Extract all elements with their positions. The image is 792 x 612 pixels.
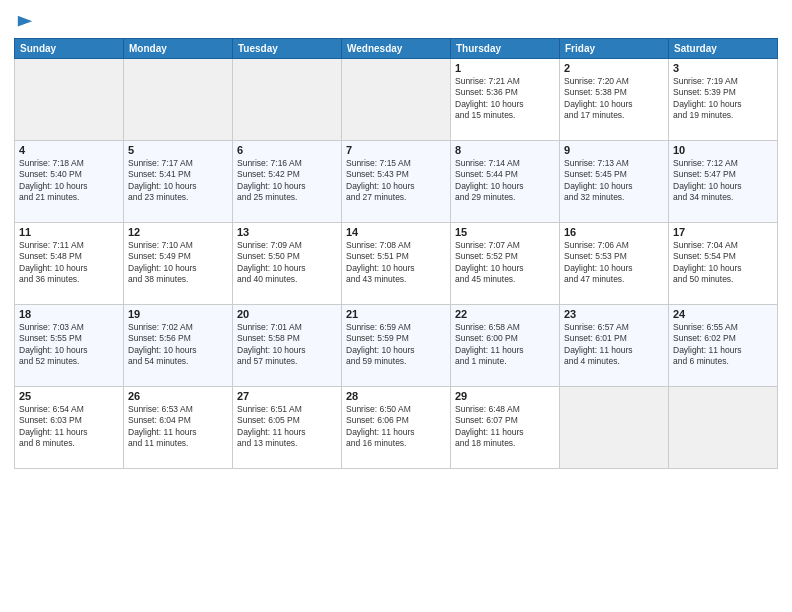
calendar-cell: 12Sunrise: 7:10 AM Sunset: 5:49 PM Dayli… — [124, 223, 233, 305]
calendar-cell: 20Sunrise: 7:01 AM Sunset: 5:58 PM Dayli… — [233, 305, 342, 387]
calendar-cell: 16Sunrise: 7:06 AM Sunset: 5:53 PM Dayli… — [560, 223, 669, 305]
header — [14, 10, 778, 30]
day-info: Sunrise: 7:11 AM Sunset: 5:48 PM Dayligh… — [19, 240, 119, 286]
calendar-cell — [233, 59, 342, 141]
day-number: 27 — [237, 390, 337, 402]
day-info: Sunrise: 7:17 AM Sunset: 5:41 PM Dayligh… — [128, 158, 228, 204]
day-number: 3 — [673, 62, 773, 74]
day-number: 23 — [564, 308, 664, 320]
calendar-cell — [669, 387, 778, 469]
calendar-cell: 5Sunrise: 7:17 AM Sunset: 5:41 PM Daylig… — [124, 141, 233, 223]
calendar-cell: 28Sunrise: 6:50 AM Sunset: 6:06 PM Dayli… — [342, 387, 451, 469]
calendar-cell — [124, 59, 233, 141]
logo-flag-icon — [16, 14, 34, 32]
day-info: Sunrise: 7:04 AM Sunset: 5:54 PM Dayligh… — [673, 240, 773, 286]
calendar-cell: 14Sunrise: 7:08 AM Sunset: 5:51 PM Dayli… — [342, 223, 451, 305]
day-info: Sunrise: 7:08 AM Sunset: 5:51 PM Dayligh… — [346, 240, 446, 286]
calendar-cell: 18Sunrise: 7:03 AM Sunset: 5:55 PM Dayli… — [15, 305, 124, 387]
day-number: 22 — [455, 308, 555, 320]
day-number: 16 — [564, 226, 664, 238]
day-info: Sunrise: 6:53 AM Sunset: 6:04 PM Dayligh… — [128, 404, 228, 450]
calendar-cell: 25Sunrise: 6:54 AM Sunset: 6:03 PM Dayli… — [15, 387, 124, 469]
calendar-cell: 3Sunrise: 7:19 AM Sunset: 5:39 PM Daylig… — [669, 59, 778, 141]
day-info: Sunrise: 7:07 AM Sunset: 5:52 PM Dayligh… — [455, 240, 555, 286]
calendar-cell: 11Sunrise: 7:11 AM Sunset: 5:48 PM Dayli… — [15, 223, 124, 305]
calendar-cell: 22Sunrise: 6:58 AM Sunset: 6:00 PM Dayli… — [451, 305, 560, 387]
calendar-cell: 8Sunrise: 7:14 AM Sunset: 5:44 PM Daylig… — [451, 141, 560, 223]
day-number: 21 — [346, 308, 446, 320]
day-info: Sunrise: 7:09 AM Sunset: 5:50 PM Dayligh… — [237, 240, 337, 286]
calendar-cell — [342, 59, 451, 141]
day-number: 10 — [673, 144, 773, 156]
day-info: Sunrise: 6:57 AM Sunset: 6:01 PM Dayligh… — [564, 322, 664, 368]
day-info: Sunrise: 6:48 AM Sunset: 6:07 PM Dayligh… — [455, 404, 555, 450]
day-info: Sunrise: 6:50 AM Sunset: 6:06 PM Dayligh… — [346, 404, 446, 450]
day-number: 6 — [237, 144, 337, 156]
day-info: Sunrise: 7:18 AM Sunset: 5:40 PM Dayligh… — [19, 158, 119, 204]
day-number: 1 — [455, 62, 555, 74]
day-info: Sunrise: 7:12 AM Sunset: 5:47 PM Dayligh… — [673, 158, 773, 204]
calendar-week-5: 25Sunrise: 6:54 AM Sunset: 6:03 PM Dayli… — [15, 387, 778, 469]
day-info: Sunrise: 7:01 AM Sunset: 5:58 PM Dayligh… — [237, 322, 337, 368]
day-number: 9 — [564, 144, 664, 156]
day-info: Sunrise: 6:55 AM Sunset: 6:02 PM Dayligh… — [673, 322, 773, 368]
calendar-cell: 17Sunrise: 7:04 AM Sunset: 5:54 PM Dayli… — [669, 223, 778, 305]
day-number: 15 — [455, 226, 555, 238]
calendar-cell: 15Sunrise: 7:07 AM Sunset: 5:52 PM Dayli… — [451, 223, 560, 305]
day-number: 11 — [19, 226, 119, 238]
weekday-header-tuesday: Tuesday — [233, 39, 342, 59]
day-number: 7 — [346, 144, 446, 156]
weekday-header-saturday: Saturday — [669, 39, 778, 59]
day-number: 28 — [346, 390, 446, 402]
day-info: Sunrise: 7:06 AM Sunset: 5:53 PM Dayligh… — [564, 240, 664, 286]
calendar-cell — [560, 387, 669, 469]
calendar-cell: 1Sunrise: 7:21 AM Sunset: 5:36 PM Daylig… — [451, 59, 560, 141]
logo-text — [14, 14, 34, 30]
calendar-cell: 23Sunrise: 6:57 AM Sunset: 6:01 PM Dayli… — [560, 305, 669, 387]
calendar-cell: 9Sunrise: 7:13 AM Sunset: 5:45 PM Daylig… — [560, 141, 669, 223]
day-info: Sunrise: 7:16 AM Sunset: 5:42 PM Dayligh… — [237, 158, 337, 204]
day-info: Sunrise: 7:03 AM Sunset: 5:55 PM Dayligh… — [19, 322, 119, 368]
calendar-cell: 4Sunrise: 7:18 AM Sunset: 5:40 PM Daylig… — [15, 141, 124, 223]
calendar-cell: 21Sunrise: 6:59 AM Sunset: 5:59 PM Dayli… — [342, 305, 451, 387]
day-number: 26 — [128, 390, 228, 402]
calendar-week-3: 11Sunrise: 7:11 AM Sunset: 5:48 PM Dayli… — [15, 223, 778, 305]
day-info: Sunrise: 6:58 AM Sunset: 6:00 PM Dayligh… — [455, 322, 555, 368]
day-info: Sunrise: 7:19 AM Sunset: 5:39 PM Dayligh… — [673, 76, 773, 122]
day-number: 25 — [19, 390, 119, 402]
svg-marker-0 — [18, 16, 32, 27]
day-info: Sunrise: 7:15 AM Sunset: 5:43 PM Dayligh… — [346, 158, 446, 204]
calendar-week-2: 4Sunrise: 7:18 AM Sunset: 5:40 PM Daylig… — [15, 141, 778, 223]
day-info: Sunrise: 7:14 AM Sunset: 5:44 PM Dayligh… — [455, 158, 555, 204]
weekday-header-sunday: Sunday — [15, 39, 124, 59]
calendar-cell: 2Sunrise: 7:20 AM Sunset: 5:38 PM Daylig… — [560, 59, 669, 141]
day-info: Sunrise: 7:13 AM Sunset: 5:45 PM Dayligh… — [564, 158, 664, 204]
day-number: 18 — [19, 308, 119, 320]
day-info: Sunrise: 6:59 AM Sunset: 5:59 PM Dayligh… — [346, 322, 446, 368]
day-number: 4 — [19, 144, 119, 156]
day-info: Sunrise: 7:02 AM Sunset: 5:56 PM Dayligh… — [128, 322, 228, 368]
day-info: Sunrise: 7:10 AM Sunset: 5:49 PM Dayligh… — [128, 240, 228, 286]
day-info: Sunrise: 7:20 AM Sunset: 5:38 PM Dayligh… — [564, 76, 664, 122]
day-number: 24 — [673, 308, 773, 320]
day-info: Sunrise: 6:51 AM Sunset: 6:05 PM Dayligh… — [237, 404, 337, 450]
day-number: 5 — [128, 144, 228, 156]
day-number: 12 — [128, 226, 228, 238]
calendar-cell: 7Sunrise: 7:15 AM Sunset: 5:43 PM Daylig… — [342, 141, 451, 223]
day-number: 19 — [128, 308, 228, 320]
weekday-header-wednesday: Wednesday — [342, 39, 451, 59]
calendar-table: SundayMondayTuesdayWednesdayThursdayFrid… — [14, 38, 778, 469]
calendar-cell: 24Sunrise: 6:55 AM Sunset: 6:02 PM Dayli… — [669, 305, 778, 387]
day-number: 17 — [673, 226, 773, 238]
day-number: 20 — [237, 308, 337, 320]
calendar-cell — [15, 59, 124, 141]
calendar-page: SundayMondayTuesdayWednesdayThursdayFrid… — [0, 0, 792, 612]
calendar-cell: 6Sunrise: 7:16 AM Sunset: 5:42 PM Daylig… — [233, 141, 342, 223]
weekday-header-thursday: Thursday — [451, 39, 560, 59]
calendar-cell: 27Sunrise: 6:51 AM Sunset: 6:05 PM Dayli… — [233, 387, 342, 469]
calendar-cell: 29Sunrise: 6:48 AM Sunset: 6:07 PM Dayli… — [451, 387, 560, 469]
calendar-week-4: 18Sunrise: 7:03 AM Sunset: 5:55 PM Dayli… — [15, 305, 778, 387]
weekday-header-friday: Friday — [560, 39, 669, 59]
calendar-cell: 26Sunrise: 6:53 AM Sunset: 6:04 PM Dayli… — [124, 387, 233, 469]
calendar-cell: 13Sunrise: 7:09 AM Sunset: 5:50 PM Dayli… — [233, 223, 342, 305]
